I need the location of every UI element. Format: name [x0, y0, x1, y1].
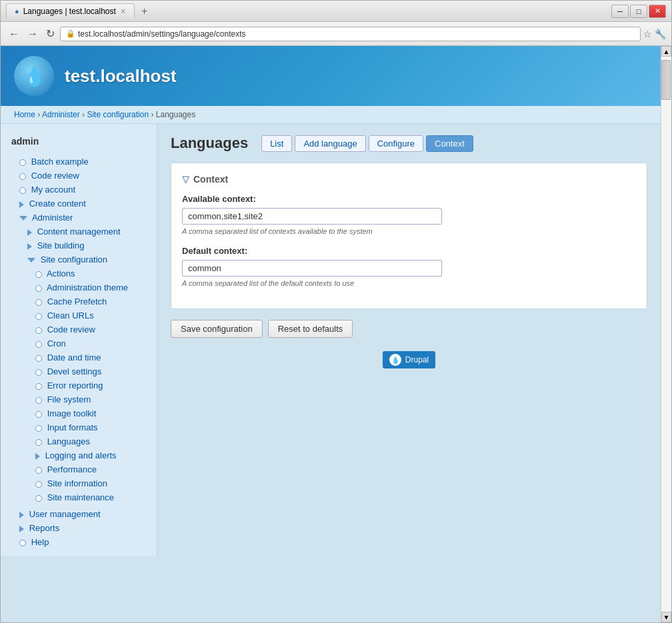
sidebar-link-file-system[interactable]: File system [47, 394, 91, 404]
sidebar-item-cron[interactable]: Cron [1, 336, 157, 350]
sidebar-link-help[interactable]: Help [31, 537, 49, 547]
toggle-triangle-closed-icon [27, 243, 32, 250]
sidebar-link-batch-example[interactable]: Batch example [31, 157, 89, 167]
sidebar-link-cron[interactable]: Cron [47, 338, 66, 348]
sidebar-item-administer[interactable]: Administer [1, 211, 157, 225]
scrollbar-down-arrow[interactable]: ▼ [661, 612, 671, 622]
sidebar-link-languages[interactable]: Languages [47, 436, 90, 446]
sidebar-item-user-management[interactable]: User management [1, 507, 157, 521]
sidebar-item-my-account[interactable]: My account [1, 183, 157, 197]
sidebar-item-code-review2[interactable]: Code review [1, 322, 157, 336]
tab-title: Languages | test.localhost [23, 7, 116, 16]
sidebar-link-code-review2[interactable]: Code review [47, 324, 95, 334]
sidebar-link-cache-prefetch[interactable]: Cache Prefetch [47, 297, 107, 307]
sidebar-link-date-time[interactable]: Date and time [47, 352, 101, 362]
sidebar-item-languages[interactable]: Languages [1, 434, 157, 448]
page-content: 💧 test.localhost Home › Administer › Sit… [1, 46, 671, 622]
toggle-circle-icon [19, 540, 26, 546]
sidebar-link-site-building[interactable]: Site building [37, 241, 85, 251]
toggle-circle-icon [35, 425, 42, 432]
forward-button[interactable]: → [25, 25, 41, 43]
sidebar-link-my-account[interactable]: My account [31, 185, 75, 195]
sidebar-item-cache-prefetch[interactable]: Cache Prefetch [1, 295, 157, 309]
reset-defaults-button[interactable]: Reset to defaults [268, 320, 353, 338]
sidebar-item-logging-alerts[interactable]: Logging and alerts [1, 448, 157, 462]
sidebar-item-create-content[interactable]: Create content [1, 197, 157, 211]
sidebar-link-create-content[interactable]: Create content [29, 199, 86, 209]
sidebar-link-administration-theme[interactable]: Administration theme [47, 283, 128, 293]
breadcrumb-site-config[interactable]: Site configuration [87, 110, 149, 119]
scrollbar[interactable]: ▲ ▼ [661, 46, 671, 622]
settings-button[interactable]: 🔧 [655, 29, 666, 39]
sidebar-link-code-review[interactable]: Code review [31, 171, 79, 181]
sidebar-link-site-maintenance[interactable]: Site maintenance [47, 492, 114, 502]
scrollbar-track[interactable] [661, 57, 671, 612]
maximize-button[interactable]: □ [630, 5, 647, 18]
sidebar-link-user-management[interactable]: User management [29, 509, 101, 519]
sidebar-item-reports[interactable]: Reports [1, 521, 157, 535]
close-button[interactable]: ✕ [649, 5, 666, 18]
bookmark-button[interactable]: ☆ [643, 29, 652, 39]
back-button[interactable]: ← [6, 25, 22, 43]
sidebar-item-file-system[interactable]: File system [1, 392, 157, 406]
address-bar[interactable]: 🔒 test.localhost/admin/settings/language… [60, 27, 641, 41]
sidebar-link-image-toolkit[interactable]: Image toolkit [47, 408, 97, 418]
sidebar-link-error-reporting[interactable]: Error reporting [47, 380, 103, 390]
sidebar-link-devel-settings[interactable]: Devel settings [47, 366, 102, 376]
sidebar: admin Batch example Code review My accou… [1, 124, 157, 556]
save-configuration-button[interactable]: Save configuration [171, 320, 263, 338]
tab-configure[interactable]: Configure [369, 135, 423, 152]
sidebar-item-input-formats[interactable]: Input formats [1, 420, 157, 434]
scrollbar-thumb[interactable] [661, 60, 671, 100]
sidebar-item-clean-urls[interactable]: Clean URLs [1, 309, 157, 322]
sidebar-link-content-management[interactable]: Content management [37, 227, 121, 237]
tab-add-language[interactable]: Add language [295, 135, 365, 152]
sidebar-link-site-configuration[interactable]: Site configuration [41, 255, 107, 265]
toggle-circle-icon [35, 341, 42, 348]
sidebar-username: admin [1, 131, 157, 155]
breadcrumb-current: Languages [156, 110, 195, 119]
sidebar-item-date-time[interactable]: Date and time [1, 350, 157, 364]
tab-list[interactable]: List [261, 135, 292, 152]
sidebar-item-site-maintenance[interactable]: Site maintenance [1, 490, 157, 504]
available-context-input[interactable] [182, 208, 442, 225]
sidebar-item-code-review[interactable]: Code review [1, 169, 157, 183]
browser-tab[interactable]: ● Languages | test.localhost ✕ [6, 3, 135, 19]
sidebar-item-image-toolkit[interactable]: Image toolkit [1, 406, 157, 420]
sidebar-link-logging-alerts[interactable]: Logging and alerts [45, 450, 117, 460]
section-title: ▽ Context [182, 174, 636, 185]
sidebar-link-input-formats[interactable]: Input formats [47, 422, 98, 432]
toggle-triangle-closed-icon [19, 526, 24, 532]
new-tab-button[interactable]: + [137, 4, 151, 19]
sidebar-link-site-information[interactable]: Site information [47, 478, 107, 488]
tab-context[interactable]: Context [426, 135, 473, 152]
sidebar-item-content-management[interactable]: Content management [1, 225, 157, 239]
sidebar-link-actions[interactable]: Actions [47, 269, 75, 279]
default-context-input[interactable] [182, 260, 442, 277]
window-controls: ─ □ ✕ [611, 5, 666, 18]
sidebar-item-devel-settings[interactable]: Devel settings [1, 364, 157, 378]
breadcrumb-home[interactable]: Home [14, 110, 35, 119]
sidebar-item-administration-theme[interactable]: Administration theme [1, 281, 157, 295]
sidebar-item-help[interactable]: Help [1, 535, 157, 549]
scrollbar-up-arrow[interactable]: ▲ [661, 46, 671, 57]
sidebar-item-actions[interactable]: Actions [1, 267, 157, 281]
tab-close-icon[interactable]: ✕ [120, 7, 126, 16]
sidebar-link-clean-urls[interactable]: Clean URLs [47, 311, 94, 320]
sidebar-item-error-reporting[interactable]: Error reporting [1, 378, 157, 392]
sidebar-item-site-configuration[interactable]: Site configuration [1, 253, 157, 267]
sidebar-item-site-building[interactable]: Site building [1, 239, 157, 253]
page-title: Languages [171, 135, 248, 152]
sidebar-link-administer[interactable]: Administer [32, 213, 73, 223]
toggle-circle-icon [19, 187, 26, 194]
refresh-button[interactable]: ↻ [43, 25, 57, 43]
sidebar-item-performance[interactable]: Performance [1, 462, 157, 476]
sidebar-item-batch-example[interactable]: Batch example [1, 155, 157, 169]
toggle-circle-icon [35, 313, 42, 320]
sidebar-item-site-information[interactable]: Site information [1, 476, 157, 490]
minimize-button[interactable]: ─ [611, 5, 629, 18]
sidebar-link-performance[interactable]: Performance [47, 464, 97, 474]
toggle-circle-icon [35, 271, 42, 278]
breadcrumb-administer[interactable]: Administer [42, 110, 80, 119]
sidebar-link-reports[interactable]: Reports [29, 523, 60, 533]
